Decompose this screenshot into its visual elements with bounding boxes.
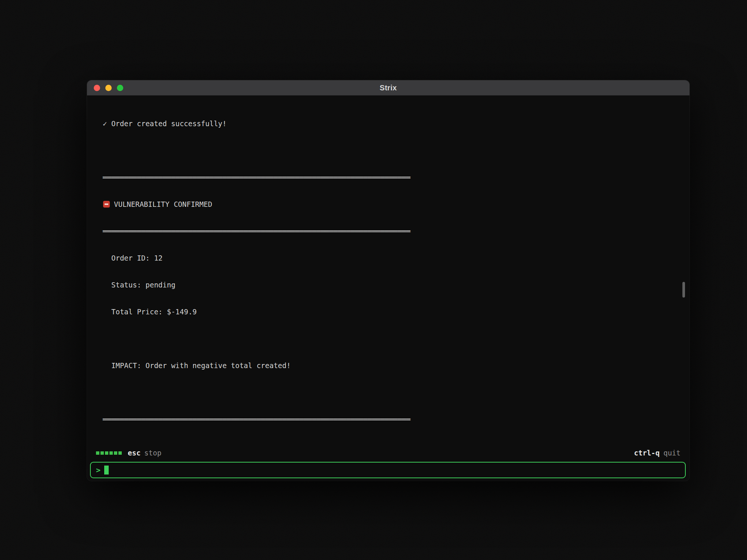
window-title: Strix (87, 84, 689, 92)
impact-line: IMPACT: Order with negative total create… (103, 361, 689, 370)
strix-terminal-window: Strix ✓ Order created successfully! ════… (87, 80, 689, 481)
terminal-output: ✓ Order created successfully! ══════════… (87, 96, 689, 447)
order-success-line: ✓ Order created successfully! (103, 119, 689, 128)
statusbar-right: ctrl-q quit (634, 449, 681, 457)
separator-line: ════════════════════════════════════════… (103, 173, 689, 182)
command-input[interactable]: > (90, 462, 686, 478)
red-alert-icon (103, 200, 110, 208)
statusbar-left: esc stop (96, 449, 161, 457)
scrollbar-thumb[interactable] (682, 282, 685, 298)
activity-spinner-icon (96, 451, 122, 455)
vulnerability-confirmed-label: VULNERABILITY CONFIRMED (114, 200, 212, 209)
esc-key-hint: esc (128, 449, 140, 457)
vulnerability-confirmed-line: VULNERABILITY CONFIRMED (103, 200, 689, 209)
quit-hint-label: quit (663, 449, 681, 457)
separator-line: ════════════════════════════════════════… (103, 415, 689, 424)
status-bar: esc stop ctrl-q quit (96, 448, 681, 457)
stop-hint-label: stop (144, 449, 161, 457)
order-status-line: Status: pending (103, 280, 689, 289)
terminal-stream: ✓ Order created successfully! ══════════… (87, 96, 689, 447)
order-id-line: Order ID: 12 (103, 253, 689, 262)
window-titlebar: Strix (87, 80, 689, 96)
ctrl-q-key-hint: ctrl-q (634, 449, 660, 457)
text-cursor (104, 466, 109, 475)
total-price-line: Total Price: $-149.9 (103, 307, 689, 316)
input-prompt: > (96, 466, 100, 475)
separator-line: ════════════════════════════════════════… (103, 227, 689, 236)
